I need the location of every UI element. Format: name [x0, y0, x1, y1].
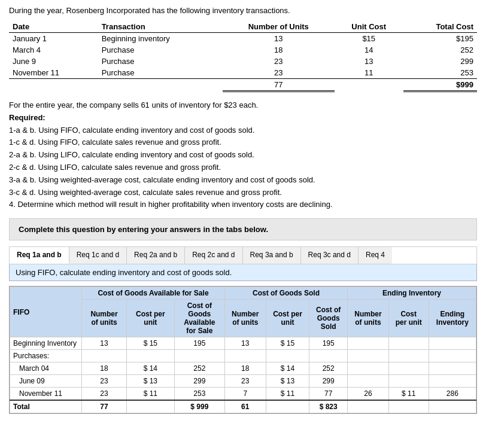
sold-units: 18	[224, 362, 266, 375]
end-inv-header: EndingInventory	[429, 300, 476, 337]
sold-total: 195	[309, 337, 348, 350]
inv-date: November 11	[9, 67, 98, 79]
required-section: For the entire year, the company sells 6…	[9, 99, 477, 211]
end-cost	[388, 400, 429, 413]
avail-total: $ 999	[174, 400, 224, 413]
sold-total-header: Cost ofGoodsSold	[309, 300, 348, 337]
inv-unit-cost: 14	[335, 44, 403, 56]
fifo-row-label: November 11	[10, 388, 82, 401]
avail-total: 252	[174, 362, 224, 375]
end-units	[348, 362, 389, 375]
inv-unit-cost: $15	[335, 33, 403, 45]
cost-available-header: Cost of Goods Available for Sale	[82, 287, 225, 300]
tab-req-2c-and-d[interactable]: Req 2c and d	[185, 247, 242, 264]
inv-total-cost: 299	[403, 56, 477, 67]
fifo-label-header: FIFO	[10, 287, 82, 337]
sold-total: $ 823	[309, 400, 348, 413]
sold-cost: $ 13	[266, 375, 309, 388]
avail-total: 299	[174, 375, 224, 388]
avail-units: 23	[82, 375, 127, 388]
end-total	[429, 337, 476, 350]
inv-total-cost: 252	[403, 44, 477, 56]
inv-date: January 1	[9, 33, 98, 45]
total-units: 77	[223, 79, 335, 92]
end-total	[429, 362, 476, 375]
fifo-row-label: June 09	[10, 375, 82, 388]
avail-units: 18	[82, 362, 127, 375]
inv-unit-cost: 11	[335, 67, 403, 79]
end-cost	[388, 350, 429, 362]
sold-total	[309, 350, 348, 362]
inv-unit-cost: 13	[335, 56, 403, 67]
avail-cost: $ 11	[127, 388, 175, 401]
fifo-row: June 09 23 $ 13 299 23 $ 13 299	[10, 375, 476, 388]
avail-total: 253	[174, 388, 224, 401]
inventory-table: Date Transaction Number of Units Unit Co…	[9, 21, 477, 92]
end-cost	[388, 375, 429, 388]
avail-units: 13	[82, 337, 127, 350]
requirement-item: 4. Determine which method will result in…	[9, 199, 477, 211]
avail-total: 195	[174, 337, 224, 350]
total-blank	[335, 79, 403, 92]
total-trans	[98, 79, 223, 92]
requirement-item: 3-c & d. Using weighted-average cost, ca…	[9, 187, 477, 199]
tab-req-1c-and-d[interactable]: Req 1c and d	[69, 247, 127, 264]
tab-req-3c-and-d[interactable]: Req 3c and d	[301, 247, 359, 264]
avail-total	[174, 350, 224, 362]
sold-cost	[266, 400, 309, 413]
requirement-item: 1-a & b. Using FIFO, calculate ending in…	[9, 124, 477, 137]
sold-total: 299	[309, 375, 348, 388]
avail-cost	[127, 350, 175, 362]
sold-cost	[266, 350, 309, 362]
end-total: 286	[429, 388, 476, 401]
fifo-row: November 11 23 $ 11 253 7 $ 11 77 26 $ 1…	[10, 388, 476, 401]
avail-cost	[127, 400, 175, 413]
avail-cost-header: Cost perunit	[127, 300, 175, 337]
inv-units: 18	[223, 44, 335, 56]
tab-req-4[interactable]: Req 4	[359, 247, 392, 264]
sold-units	[224, 350, 266, 362]
inv-transaction: Purchase	[98, 56, 223, 67]
fifo-row: March 04 18 $ 14 252 18 $ 14 252	[10, 362, 476, 375]
end-total	[429, 350, 476, 362]
inv-transaction: Beginning inventory	[98, 33, 223, 45]
fifo-row-label: Total	[10, 400, 82, 413]
complete-box: Complete this question by entering your …	[9, 218, 477, 240]
avail-units: 23	[82, 388, 127, 401]
end-units-header: Numberof units	[348, 300, 389, 337]
required-label: Required:	[9, 113, 45, 122]
units-header: Number of Units	[223, 21, 335, 33]
sold-cost-header: Cost perunit	[266, 300, 309, 337]
end-total	[429, 400, 476, 413]
for-the-year-text: For the entire year, the company sells 6…	[9, 99, 477, 112]
end-cost-header: Costper unit	[388, 300, 429, 337]
total-date	[9, 79, 98, 92]
inv-transaction: Purchase	[98, 44, 223, 56]
tab-req-2a-and-b[interactable]: Req 2a and b	[127, 247, 185, 264]
fifo-description: Using FIFO, calculate ending inventory a…	[9, 264, 477, 281]
avail-total-header: Cost ofGoodsAvailablefor Sale	[174, 300, 224, 337]
inv-total-cost: $195	[403, 33, 477, 45]
avail-units-header: Numberof units	[82, 300, 127, 337]
requirement-item: 1-c & d. Using FIFO, calculate sales rev…	[9, 136, 477, 149]
fifo-row: Total 77 $ 999 61 $ 823	[10, 400, 476, 413]
inventory-row: November 11 Purchase 23 11 253	[9, 67, 477, 79]
inv-transaction: Purchase	[98, 67, 223, 79]
inventory-row: January 1 Beginning inventory 13 $15 $19…	[9, 33, 477, 45]
end-cost: $ 11	[388, 388, 429, 401]
end-cost	[388, 362, 429, 375]
tabs-container: Req 1a and bReq 1c and dReq 2a and bReq …	[9, 246, 477, 264]
end-cost	[388, 337, 429, 350]
end-units	[348, 350, 389, 362]
fifo-row: Purchases:	[10, 350, 476, 362]
inv-units: 13	[223, 33, 335, 45]
avail-cost: $ 15	[127, 337, 175, 350]
inv-units: 23	[223, 56, 335, 67]
avail-cost: $ 14	[127, 362, 175, 375]
inv-total-cost: 253	[403, 67, 477, 79]
tab-req-1a-and-b[interactable]: Req 1a and b	[10, 247, 69, 264]
fifo-row: Beginning Inventory 13 $ 15 195 13 $ 15 …	[10, 337, 476, 350]
date-header: Date	[9, 21, 98, 33]
tab-req-3a-and-b[interactable]: Req 3a and b	[243, 247, 301, 264]
inventory-row: June 9 Purchase 23 13 299	[9, 56, 477, 67]
